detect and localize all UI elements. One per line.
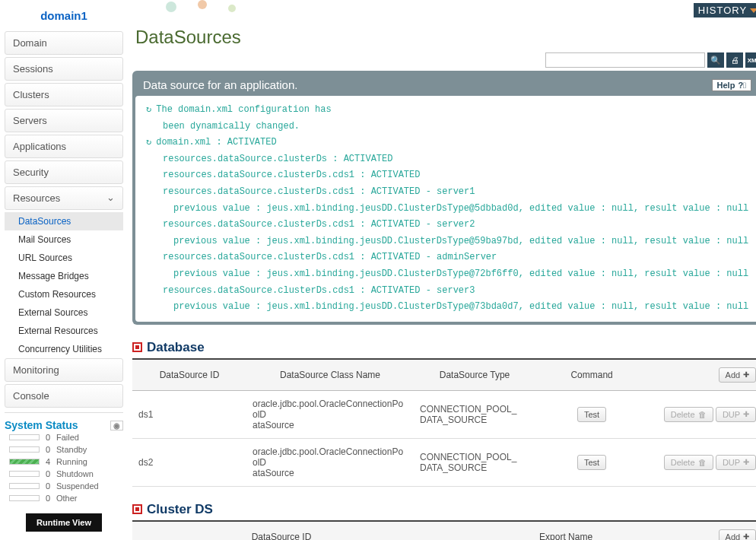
help-icon: ?⃝	[738, 81, 746, 90]
status-shutdown: 0Shutdown	[5, 468, 123, 480]
nav-monitoring[interactable]: Monitoring	[5, 358, 123, 382]
section-icon	[132, 342, 142, 352]
search-bar: 🔍 🖨 XML	[132, 52, 756, 68]
col-header: Command	[535, 360, 648, 391]
cell-command: Test	[535, 390, 648, 438]
dup-button[interactable]: DUP ✚	[716, 455, 756, 470]
add-label: Add	[726, 370, 741, 380]
delete-button[interactable]: Delete 🗑	[664, 455, 713, 470]
status-title: System Status	[5, 419, 78, 431]
log-line: resources.dataSource.clusterDs.cds1 : AC…	[146, 184, 748, 201]
log-line: previous value : jeus.xml.binding.jeusDD…	[146, 201, 748, 218]
status-bar-icon	[9, 446, 40, 453]
plus-icon: ✚	[743, 532, 749, 540]
subnav-datasources[interactable]: DataSources	[5, 212, 123, 230]
table-row: ds1oracle.jdbc.pool.OracleConnectionPool…	[132, 390, 756, 438]
test-button[interactable]: Test	[577, 455, 606, 470]
clusterds-title: Cluster DS	[147, 502, 213, 517]
subnav-url-sources[interactable]: URL Sources	[5, 249, 123, 267]
log-line: previous value : jeus.xml.binding.jeusDD…	[146, 266, 748, 283]
search-input[interactable]	[545, 52, 705, 68]
page-title: DataSources	[132, 21, 756, 52]
nav-domain[interactable]: Domain	[5, 31, 123, 55]
history-label: HISTORY	[698, 5, 747, 16]
col-header: DataSource Type	[414, 360, 535, 391]
print-icon[interactable]: 🖨	[726, 52, 743, 68]
refresh-icon: ↻	[146, 137, 151, 148]
subnav-external-resources[interactable]: External Resources	[5, 322, 123, 340]
nav-servers[interactable]: Servers	[5, 109, 123, 132]
status-label: Other	[56, 494, 78, 503]
help-button[interactable]: Help?⃝	[712, 79, 752, 91]
xml-icon[interactable]: XML	[745, 52, 756, 68]
col-header: DataSource ID	[132, 360, 246, 391]
status-bar-icon	[9, 495, 40, 501]
domain-title[interactable]: domain1	[5, 3, 123, 31]
runtime-view-button[interactable]: Runtime View	[26, 513, 102, 532]
status-count: 0	[46, 494, 56, 503]
cell-class: oracle.jdbc.pool.OracleConnectionPoolDat…	[246, 390, 414, 438]
status-label: Shutdown	[56, 469, 94, 478]
delete-button[interactable]: Delete 🗑	[664, 407, 713, 422]
info-panel: Data source for an application. Help?⃝ ↻…	[132, 71, 756, 325]
col-datasource-id: DataSource ID	[132, 522, 430, 540]
subnav-custom-resources[interactable]: Custom Resources	[5, 285, 123, 303]
nav-clusters[interactable]: Clusters	[5, 83, 123, 106]
dup-button[interactable]: DUP ✚	[716, 407, 756, 422]
plus-icon: ✚	[743, 458, 749, 466]
status-suspended: 0Suspended	[5, 480, 123, 492]
clusterds-section: Cluster DS DataSource ID Export Name Add…	[132, 499, 756, 540]
nav-security[interactable]: Security	[5, 160, 123, 184]
cell-type: CONNECTION_POOL_DATA_SOURCE	[414, 438, 535, 486]
status-toggle-icon[interactable]: ◉	[110, 421, 123, 430]
nav-resources[interactable]: Resources	[5, 186, 123, 210]
log-line: resources.dataSource.clusterDs : ACTIVAT…	[146, 151, 748, 168]
log-line: ↻domain.xml : ACTIVATED	[146, 135, 748, 151]
status-standby: 0Standby	[5, 443, 123, 456]
status-label: Suspended	[56, 481, 99, 491]
system-status-header: System Status ◉	[5, 412, 123, 431]
subnav-message-bridges[interactable]: Message Bridges	[5, 267, 123, 285]
subnav-concurrency-utilities[interactable]: Concurrency Utilities	[5, 340, 123, 358]
clusterds-table: DataSource ID Export Name Add✚	[132, 522, 756, 540]
status-count: 4	[46, 457, 56, 466]
plus-icon: ✚	[743, 410, 749, 418]
test-button[interactable]: Test	[577, 407, 606, 422]
status-other: 0Other	[5, 492, 123, 504]
log-line: previous value : jeus.xml.binding.jeusDD…	[146, 233, 748, 250]
history-button[interactable]: HISTORY	[694, 3, 756, 17]
log-line: resources.dataSource.clusterDs.cds1 : AC…	[146, 283, 748, 300]
col-header: DataSource Class Name	[246, 360, 414, 391]
subnav-external-sources[interactable]: External Sources	[5, 303, 123, 322]
status-running: 4Running	[5, 456, 123, 468]
status-count: 0	[46, 469, 56, 478]
main-content: HISTORY DataSources 🔍 🖨 XML Data source …	[128, 0, 756, 540]
status-label: Failed	[56, 433, 79, 442]
status-count: 0	[46, 433, 56, 442]
subnav-mail-sources[interactable]: Mail Sources	[5, 230, 123, 249]
nav-console[interactable]: Console	[5, 384, 123, 408]
status-count: 0	[46, 481, 56, 491]
database-section: Database DataSource IDDataSource Class N…	[132, 337, 756, 487]
section-icon	[132, 504, 142, 514]
plus-icon: ✚	[743, 370, 749, 379]
cell-id[interactable]: ds1	[132, 390, 246, 438]
nav-applications[interactable]: Applications	[5, 135, 123, 158]
status-failed: 0Failed	[5, 431, 123, 443]
log-line: resources.dataSource.clusterDs.cds1 : AC…	[146, 217, 748, 233]
cell-id[interactable]: ds2	[132, 438, 246, 486]
log-line: resources.dataSource.clusterDs.cds1 : AC…	[146, 167, 748, 184]
panel-title: Data source for an application.	[143, 78, 297, 91]
sidebar: domain1 DomainSessionsClustersServersApp…	[0, 0, 128, 540]
col-export-name: Export Name	[430, 522, 701, 540]
cell-command: Test	[535, 438, 648, 486]
nav-sessions[interactable]: Sessions	[5, 57, 123, 81]
log-line: been dynamically changed.	[146, 119, 748, 135]
status-label: Standby	[56, 445, 87, 454]
add-button[interactable]: Add✚	[719, 367, 756, 383]
add-button[interactable]: Add✚	[719, 529, 756, 540]
cell-type: CONNECTION_POOL_DATA_SOURCE	[414, 390, 535, 438]
status-count: 0	[46, 445, 56, 454]
help-label: Help	[717, 81, 735, 90]
search-icon[interactable]: 🔍	[707, 52, 724, 68]
